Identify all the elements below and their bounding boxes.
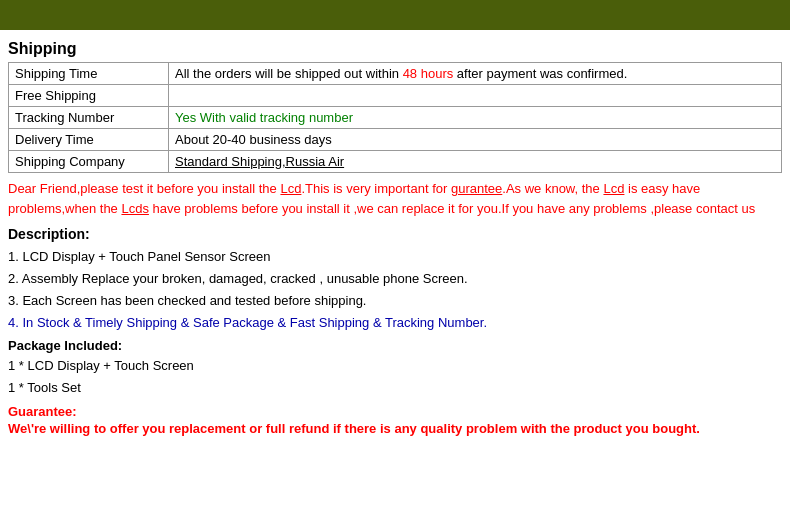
package-item-1: 1 * LCD Display + Touch Screen	[8, 355, 782, 377]
shipping-title: Shipping	[8, 40, 782, 58]
warning-guarantee: gurantee	[451, 181, 502, 196]
free-shipping-label: Free Shipping	[9, 85, 169, 107]
shipping-time-text-after: after payment was confirmed.	[453, 66, 627, 81]
desc-item-4: 4. In Stock & Timely Shipping & Safe Pac…	[8, 312, 782, 334]
warning-part5: have problems before you install it ,we …	[149, 201, 755, 216]
delivery-label: Delivery Time	[9, 129, 169, 151]
description-title: Description:	[8, 226, 782, 242]
main-content: Shipping Shipping Time All the orders wi…	[0, 30, 790, 446]
tracking-label: Tracking Number	[9, 107, 169, 129]
desc-item-3: 3. Each Screen has been checked and test…	[8, 290, 782, 312]
tracking-text: Yes With valid tracking number	[175, 110, 353, 125]
package-list: 1 * LCD Display + Touch Screen 1 * Tools…	[8, 355, 782, 399]
guarantee-title: Guarantee:	[8, 404, 782, 419]
company-text: Standard Shipping,Russia Air	[175, 154, 344, 169]
table-row-shipping-time: Shipping Time All the orders will be shi…	[9, 63, 782, 85]
company-value: Standard Shipping,Russia Air	[169, 151, 782, 173]
shipping-table: Shipping Time All the orders will be shi…	[8, 62, 782, 173]
warning-lcds: Lcds	[121, 201, 148, 216]
package-item-2: 1 * Tools Set	[8, 377, 782, 399]
desc-item-1: 1. LCD Display + Touch Panel Sensor Scre…	[8, 246, 782, 268]
shipping-time-highlight: 48 hours	[403, 66, 454, 81]
table-row-free-shipping: Free Shipping	[9, 85, 782, 107]
delivery-value: About 20-40 business days	[169, 129, 782, 151]
shipping-time-text-before: All the orders will be shipped out withi…	[175, 66, 403, 81]
shipping-time-label: Shipping Time	[9, 63, 169, 85]
free-shipping-value	[169, 85, 782, 107]
table-row-tracking: Tracking Number Yes With valid tracking …	[9, 107, 782, 129]
shipping-time-value: All the orders will be shipped out withi…	[169, 63, 782, 85]
warning-part3: .As we know, the	[502, 181, 603, 196]
company-label: Shipping Company	[9, 151, 169, 173]
table-row-delivery: Delivery Time About 20-40 business days	[9, 129, 782, 151]
top-bar	[0, 0, 790, 30]
warning-message: Dear Friend,please test it before you in…	[8, 179, 782, 218]
guarantee-text: We\'re willing to offer you replacement …	[8, 419, 782, 439]
package-title: Package Included:	[8, 338, 782, 353]
tracking-value: Yes With valid tracking number	[169, 107, 782, 129]
description-list: 1. LCD Display + Touch Panel Sensor Scre…	[8, 246, 782, 334]
warning-part1: Dear Friend,please test it before you in…	[8, 181, 280, 196]
table-row-company: Shipping Company Standard Shipping,Russi…	[9, 151, 782, 173]
warning-lcd1: Lcd	[280, 181, 301, 196]
desc-item-2: 2. Assembly Replace your broken, damaged…	[8, 268, 782, 290]
warning-lcd2: Lcd	[603, 181, 624, 196]
warning-part2: .This is very important for	[301, 181, 451, 196]
